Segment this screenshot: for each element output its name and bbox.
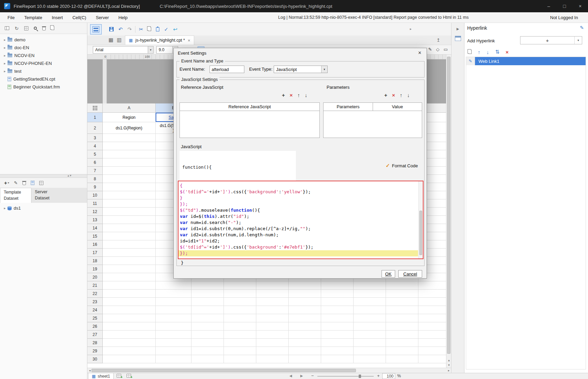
row-header[interactable]: 24 bbox=[87, 306, 103, 314]
move-down-icon[interactable]: ↓ bbox=[487, 49, 489, 55]
grid-cell[interactable] bbox=[386, 331, 418, 339]
edit-hyperlink-cell[interactable]: ✎ bbox=[466, 57, 475, 65]
tree-item[interactable]: ▸doc-EN bbox=[0, 44, 87, 52]
row-header[interactable]: 21 bbox=[87, 281, 103, 290]
reference-add-icon[interactable]: + bbox=[282, 92, 285, 98]
row-header[interactable]: 3 bbox=[87, 134, 103, 142]
grid-cell[interactable] bbox=[103, 134, 156, 142]
format-code-button[interactable]: ✓ Format Code bbox=[386, 163, 418, 169]
grid-cell[interactable] bbox=[103, 208, 156, 216]
row-header[interactable]: 13 bbox=[87, 216, 103, 224]
grid-cell[interactable]: ds1.G(Region) bbox=[103, 122, 156, 134]
add-dropdown-arrow-icon[interactable]: ▾ bbox=[574, 37, 582, 44]
row-header[interactable]: 10 bbox=[87, 191, 103, 199]
grid-cell[interactable] bbox=[386, 339, 418, 347]
reference-move-down-icon[interactable]: ↓ bbox=[305, 92, 307, 98]
menu-help[interactable]: Help bbox=[114, 12, 132, 23]
grid-cell[interactable] bbox=[289, 331, 321, 339]
dataset-tab[interactable]: Template Dataset bbox=[0, 188, 31, 203]
font-family-select[interactable]: Arial ▾ bbox=[93, 46, 154, 54]
add-dataset-arrow-icon[interactable]: ▾ bbox=[8, 181, 9, 184]
grid-cell[interactable] bbox=[156, 355, 191, 363]
pen-tool-icon[interactable]: ✎ bbox=[428, 47, 432, 52]
grid-cell[interactable] bbox=[103, 199, 156, 208]
grid-cell[interactable] bbox=[156, 331, 191, 339]
menu-file[interactable]: File bbox=[3, 12, 19, 23]
row-header[interactable]: 15 bbox=[87, 232, 103, 240]
scroll-up-icon[interactable]: ▲ bbox=[446, 358, 451, 363]
parameters-move-down-icon[interactable]: ↓ bbox=[407, 92, 410, 98]
grid-cell[interactable] bbox=[103, 265, 156, 273]
sheet-tab[interactable]: ▦ sheet1 bbox=[88, 373, 114, 379]
grid-cell[interactable] bbox=[386, 347, 418, 355]
grid-view-icon[interactable]: ▦ bbox=[109, 37, 113, 43]
switch-workspace-icon[interactable] bbox=[5, 26, 9, 30]
grid-cell[interactable] bbox=[256, 331, 289, 339]
grid-cell[interactable] bbox=[191, 331, 224, 339]
grid-cell[interactable] bbox=[156, 322, 191, 331]
grid-cell[interactable] bbox=[321, 281, 354, 290]
expand-arrow-icon[interactable]: ▸ bbox=[2, 54, 8, 57]
row-header[interactable]: 16 bbox=[87, 240, 103, 249]
row-header[interactable]: 1 bbox=[87, 113, 103, 122]
grid-cell[interactable] bbox=[224, 347, 256, 355]
login-status[interactable]: Not Logged In bbox=[550, 15, 578, 20]
grid-cell[interactable] bbox=[289, 281, 321, 290]
tree-item[interactable]: Beginner Quickstart.frm bbox=[0, 83, 87, 91]
grid-cell[interactable] bbox=[289, 306, 321, 314]
cut-icon[interactable]: ✂ bbox=[139, 26, 143, 32]
grid-cell[interactable] bbox=[386, 355, 418, 363]
copy-icon[interactable] bbox=[148, 27, 151, 31]
expand-arrow-icon[interactable]: ▸ bbox=[2, 206, 8, 210]
export-icon[interactable]: ↥ bbox=[436, 38, 440, 43]
grid-cell[interactable] bbox=[418, 339, 446, 347]
locate-icon[interactable] bbox=[34, 27, 37, 30]
cell-attributes-pane-icon[interactable] bbox=[454, 34, 462, 42]
tree-item[interactable]: ▸NCOV-EN bbox=[0, 52, 87, 59]
row-header[interactable]: 28 bbox=[87, 339, 103, 347]
grid-cell[interactable] bbox=[289, 290, 321, 298]
dataset-config-icon[interactable] bbox=[39, 181, 43, 185]
toolbar-expand-icon[interactable]: ▸ bbox=[410, 27, 412, 31]
add-chart-block-icon[interactable] bbox=[127, 374, 131, 378]
document-tab[interactable]: ▦ js-hyperlink_highlight.cpt * × bbox=[125, 36, 194, 45]
grid-cell[interactable] bbox=[289, 314, 321, 322]
expand-arrow-icon[interactable]: ▸ bbox=[2, 46, 8, 50]
grid-cell[interactable] bbox=[103, 167, 156, 175]
add-dataset-icon[interactable]: + bbox=[4, 180, 7, 186]
template-pane-toggle-button[interactable] bbox=[90, 24, 102, 34]
grid-cell[interactable] bbox=[156, 298, 191, 306]
editor-scrollbar[interactable] bbox=[418, 181, 423, 258]
preview-dataset-icon[interactable] bbox=[31, 181, 34, 185]
grid-cell[interactable] bbox=[256, 306, 289, 314]
grid-cell[interactable] bbox=[103, 158, 156, 167]
view-mode-icon[interactable] bbox=[24, 26, 28, 30]
tree-item[interactable]: ▸test bbox=[0, 67, 87, 75]
grid-cell[interactable] bbox=[103, 298, 156, 306]
refresh-icon[interactable]: ↻ bbox=[15, 26, 19, 31]
tab-close-icon[interactable]: × bbox=[188, 38, 190, 43]
grid-cell[interactable] bbox=[256, 355, 289, 363]
menu-cell[interactable]: Cell(C) bbox=[68, 12, 91, 23]
horizontal-scrollbar[interactable]: ◂ ▸ bbox=[87, 368, 451, 373]
row-header[interactable]: 5 bbox=[87, 150, 103, 158]
grid-cell[interactable] bbox=[103, 150, 156, 158]
grid-cell[interactable] bbox=[156, 339, 191, 347]
row-header[interactable]: 29 bbox=[87, 347, 103, 355]
grid-cell[interactable]: Region bbox=[103, 113, 156, 122]
grid-cell[interactable] bbox=[354, 298, 386, 306]
grid-cell[interactable] bbox=[256, 314, 289, 322]
menu-template[interactable]: Template bbox=[19, 12, 47, 23]
grid-cell[interactable] bbox=[103, 224, 156, 232]
zoom-out-icon[interactable]: − bbox=[311, 373, 314, 378]
grid-cell[interactable] bbox=[321, 331, 354, 339]
dialog-title-bar[interactable]: Event Settings bbox=[174, 48, 427, 58]
grid-cell[interactable] bbox=[224, 355, 256, 363]
grid-cell[interactable] bbox=[386, 314, 418, 322]
grid-cell[interactable] bbox=[191, 355, 224, 363]
copy-icon[interactable] bbox=[51, 26, 54, 30]
vertical-scrollbar-thumb[interactable] bbox=[447, 57, 450, 354]
parameters-add-icon[interactable]: + bbox=[384, 92, 387, 98]
grid-cell[interactable] bbox=[103, 314, 156, 322]
grid-cell[interactable] bbox=[224, 314, 256, 322]
